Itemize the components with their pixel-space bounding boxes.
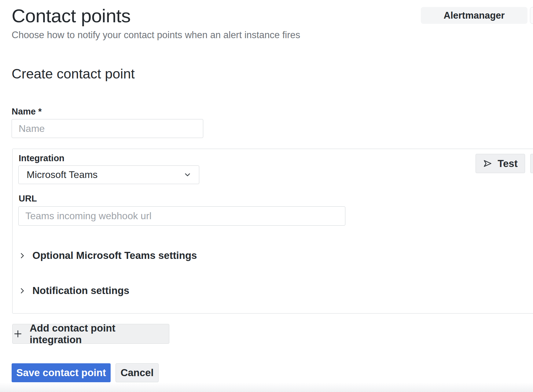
name-field-label: Name *: [12, 107, 42, 117]
create-contact-point-heading: Create contact point: [12, 66, 135, 82]
url-input[interactable]: [18, 206, 345, 226]
name-label-text: Name: [12, 107, 36, 116]
chevron-down-icon: [183, 171, 192, 179]
cancel-button[interactable]: Cancel: [116, 363, 159, 382]
cancel-button-label: Cancel: [120, 367, 153, 379]
test-button[interactable]: Test: [476, 154, 525, 173]
optional-settings-toggle[interactable]: Optional Microsoft Teams settings: [18, 248, 197, 263]
notification-settings-toggle[interactable]: Notification settings: [18, 283, 129, 298]
test-button-label: Test: [498, 158, 517, 169]
name-input[interactable]: [12, 119, 203, 138]
page-bottom-edge: [0, 383, 533, 392]
page-title: Contact points: [12, 5, 130, 27]
notification-settings-label: Notification settings: [32, 285, 129, 296]
send-icon: [483, 159, 492, 168]
alertmanager-picker-adjacent-button[interactable]: [530, 7, 533, 24]
add-contact-point-integration-button[interactable]: Add contact point integration: [12, 324, 169, 344]
add-contact-point-integration-label: Add contact point integration: [30, 322, 169, 346]
alertmanager-picker-label: Alertmanager: [444, 10, 505, 21]
chevron-right-icon: [18, 287, 26, 295]
save-button-label: Save contact point: [16, 367, 106, 379]
plus-icon: [13, 328, 23, 339]
integration-select[interactable]: Microsoft Teams: [18, 165, 199, 184]
integration-select-value: Microsoft Teams: [27, 169, 183, 180]
optional-settings-label: Optional Microsoft Teams settings: [32, 250, 197, 261]
save-contact-point-button[interactable]: Save contact point: [12, 363, 111, 382]
alertmanager-picker[interactable]: Alertmanager: [421, 7, 527, 24]
required-marker: *: [38, 107, 42, 116]
page-subtitle: Choose how to notify your contact points…: [12, 30, 300, 41]
integration-action-button-cropped[interactable]: [530, 154, 533, 173]
url-field-label: URL: [19, 194, 37, 204]
integration-field-label: Integration: [19, 153, 64, 163]
chevron-right-icon: [18, 252, 26, 260]
